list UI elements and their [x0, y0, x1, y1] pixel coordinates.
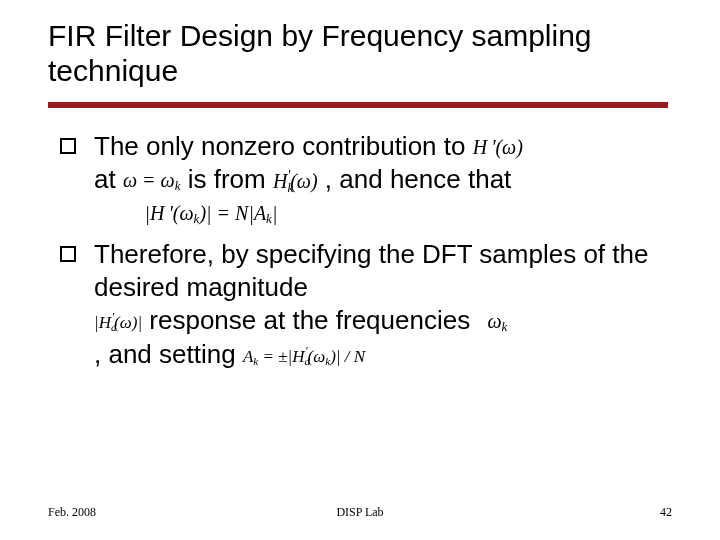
footer-lab: DISP Lab — [0, 505, 720, 520]
eq-hk-omega: Hk'(ω) — [273, 167, 318, 196]
bullet-1-text-1: The only nonzero contribution to — [94, 131, 473, 161]
bullet-1-text-3: is from — [188, 164, 273, 194]
bullet-1: The only nonzero contribution to H '(ω) … — [60, 130, 670, 230]
slide-body: The only nonzero contribution to H '(ω) … — [60, 130, 670, 379]
title-underline — [48, 102, 668, 108]
slide: FIR Filter Design by Frequency sampling … — [0, 0, 720, 540]
bullet-2-text-3: , and setting — [94, 339, 243, 369]
bullet-2-text-1: Therefore, by specifying the DFT samples… — [94, 239, 648, 302]
slide-title: FIR Filter Design by Frequency sampling … — [48, 18, 668, 89]
bullet-marker-icon — [60, 246, 76, 262]
bullet-1-text-2: at — [94, 164, 123, 194]
eq-h-prime-omega: H '(ω) — [473, 135, 523, 161]
bullet-1-text-4: , and hence that — [325, 164, 511, 194]
bullet-2: Therefore, by specifying the DFT samples… — [60, 238, 670, 371]
eq-mag-h-eq-nak: |H '(ωk)| = N|Ak| — [145, 201, 278, 228]
bullet-marker-icon — [60, 138, 76, 154]
eq-omega-eq-omegak: ω = ωk — [123, 168, 181, 195]
eq-ak-pm-hd-over-n: Ak = ±|Hd'(ωk)| / N — [243, 344, 365, 368]
eq-omegak: ωk — [477, 309, 507, 336]
bullet-2-text-2: response at the frequencies — [149, 305, 477, 335]
footer-page: 42 — [660, 505, 672, 520]
eq-hd-omega: |Hd'(ω)| — [94, 310, 142, 334]
